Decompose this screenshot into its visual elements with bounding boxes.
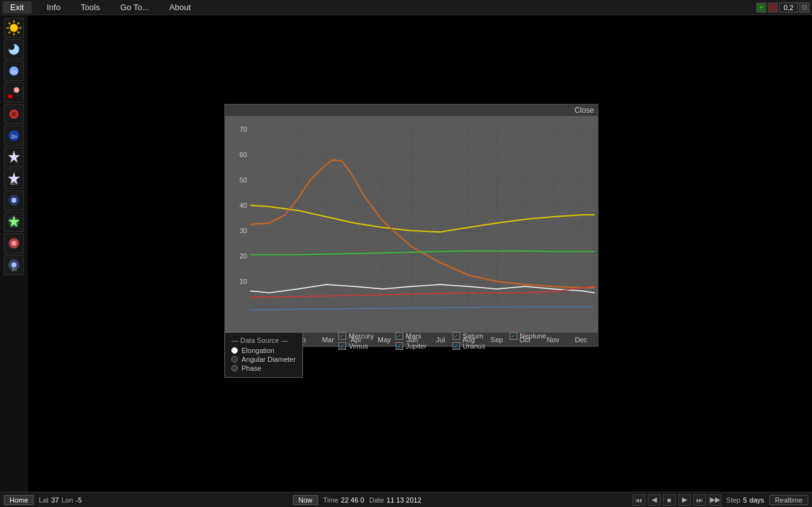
- home-button[interactable]: Home: [4, 495, 34, 505]
- main-area: Close: [28, 15, 812, 492]
- mercury-label: Mercury: [349, 332, 374, 340]
- lon-label: Lon: [61, 496, 73, 504]
- now-button[interactable]: Now: [293, 495, 318, 505]
- svg-text:50: 50: [240, 176, 247, 184]
- nav-fast-button[interactable]: ▶▶: [709, 494, 721, 506]
- jupiter-label: Jupiter: [406, 342, 427, 350]
- planet-col-2: Mars Jupiter: [396, 332, 453, 350]
- sidebar-nebula[interactable]: Zn: [4, 169, 24, 189]
- svg-text:60: 60: [240, 151, 247, 158]
- nav-prev-button[interactable]: ◀: [648, 494, 661, 506]
- phase-option[interactable]: Phase: [231, 364, 296, 372]
- home-section: Home: [4, 495, 34, 505]
- step-label: Step: [726, 496, 741, 504]
- svg-point-30: [11, 262, 16, 267]
- zoom-value: 0,2: [779, 3, 798, 13]
- svg-text:Zn: Zn: [11, 69, 16, 75]
- month-dec: Dec: [567, 336, 595, 343]
- close-button[interactable]: Close: [574, 106, 594, 115]
- sidebar-planet[interactable]: Zn: [4, 61, 24, 81]
- date-section: Date 11 13 2012: [370, 496, 422, 504]
- venus-label: Venus: [349, 342, 368, 350]
- location-section: Lat 37 Lon -5: [39, 496, 82, 504]
- nav-first-button[interactable]: ⏮: [633, 494, 645, 506]
- venus-checkbox[interactable]: [338, 342, 346, 350]
- sidebar-comet[interactable]: [4, 82, 24, 103]
- planet-col-3: Saturn Uranus: [453, 332, 510, 350]
- jupiter-row: Jupiter: [396, 342, 453, 350]
- lon-value: -5: [75, 496, 82, 504]
- tools-menu[interactable]: Tools: [70, 1, 110, 13]
- goto-menu[interactable]: Go To...: [110, 1, 159, 13]
- nav-stop-button[interactable]: ■: [663, 494, 676, 506]
- svg-text:Zn: Zn: [11, 181, 16, 186]
- chart-svg: 70 60 50 40 30 20 10: [225, 117, 598, 332]
- data-source-title: — Data Source —: [231, 337, 296, 344]
- time-value: 22 46 0: [341, 496, 364, 504]
- phase-radio[interactable]: [231, 365, 238, 371]
- step-value: 5: [743, 496, 747, 504]
- neptune-label: Neptune: [520, 332, 546, 340]
- svg-line-8: [18, 23, 20, 25]
- mercury-checkbox[interactable]: [338, 332, 346, 340]
- saturn-checkbox[interactable]: [453, 332, 460, 340]
- zoom-out-button[interactable]: −: [768, 3, 778, 13]
- svg-point-28: [13, 242, 15, 245]
- svg-line-7: [9, 32, 11, 34]
- mars-label: Mars: [406, 332, 421, 340]
- svg-text:30: 30: [240, 227, 247, 234]
- svg-point-10: [8, 44, 15, 50]
- sidebar-chart[interactable]: [4, 233, 24, 254]
- svg-text:Zn: Zn: [11, 134, 16, 139]
- elongation-option[interactable]: Elongation: [231, 347, 296, 354]
- data-source-panel: — Data Source — Elongation Angular Diame…: [224, 332, 303, 378]
- lat-value: 37: [51, 496, 59, 504]
- zoom-expand-button[interactable]: ⊡: [799, 3, 809, 13]
- svg-text:20: 20: [240, 252, 247, 260]
- zoom-controls: + − 0,2 ⊡: [756, 3, 809, 13]
- sidebar-moon[interactable]: [4, 39, 24, 60]
- lat-label: Lat: [39, 496, 48, 504]
- planets-panel: Mercury Venus Mars Jupiter Saturn: [338, 332, 567, 350]
- uranus-label: Uranus: [463, 342, 485, 350]
- svg-point-0: [10, 24, 18, 32]
- neptune-checkbox[interactable]: [510, 332, 517, 340]
- angular-label: Angular Diameter: [242, 356, 296, 363]
- jupiter-checkbox[interactable]: [396, 342, 403, 350]
- svg-text:40: 40: [240, 202, 247, 209]
- exit-button[interactable]: Exit: [3, 1, 32, 13]
- date-label: Date: [370, 496, 384, 504]
- nav-section: ⏮ ◀ ■ ▶ ⏭ ▶▶: [633, 494, 721, 506]
- zoom-in-button[interactable]: +: [756, 3, 766, 13]
- sidebar-settings[interactable]: Zn: [4, 255, 24, 275]
- saturn-label: Saturn: [463, 332, 483, 340]
- svg-point-16: [11, 112, 16, 117]
- nav-last-button[interactable]: ⏭: [693, 494, 706, 506]
- mars-row: Mars: [396, 332, 453, 340]
- date-value: 11 13 2012: [387, 496, 422, 504]
- angular-option[interactable]: Angular Diameter: [231, 356, 296, 363]
- sidebar-telescope[interactable]: [4, 212, 24, 232]
- elongation-radio[interactable]: [231, 347, 238, 354]
- sidebar-earth[interactable]: Zn: [4, 125, 24, 146]
- saturn-row: Saturn: [453, 332, 510, 340]
- sidebar-asteroid[interactable]: [4, 104, 24, 124]
- about-menu[interactable]: About: [159, 1, 201, 13]
- svg-text:10: 10: [240, 278, 247, 285]
- sidebar: Zn Zn Zn: [0, 15, 28, 492]
- uranus-checkbox[interactable]: [453, 342, 460, 350]
- info-menu[interactable]: Info: [37, 1, 71, 13]
- sidebar-sun[interactable]: [4, 18, 24, 38]
- sidebar-stars[interactable]: [4, 147, 24, 167]
- angular-radio[interactable]: [231, 356, 238, 363]
- mars-checkbox[interactable]: [396, 332, 403, 340]
- month-mar: Mar: [314, 336, 342, 343]
- venus-row: Venus: [338, 342, 396, 350]
- svg-line-5: [9, 23, 11, 25]
- realtime-button[interactable]: Realtime: [770, 495, 808, 505]
- phase-label: Phase: [242, 364, 261, 372]
- mercury-row: Mercury: [338, 332, 396, 340]
- nav-next-button[interactable]: ▶: [678, 494, 691, 506]
- sidebar-galaxy[interactable]: [4, 190, 24, 210]
- menubar: Exit Info Tools Go To... About + − 0,2 ⊡: [0, 0, 812, 15]
